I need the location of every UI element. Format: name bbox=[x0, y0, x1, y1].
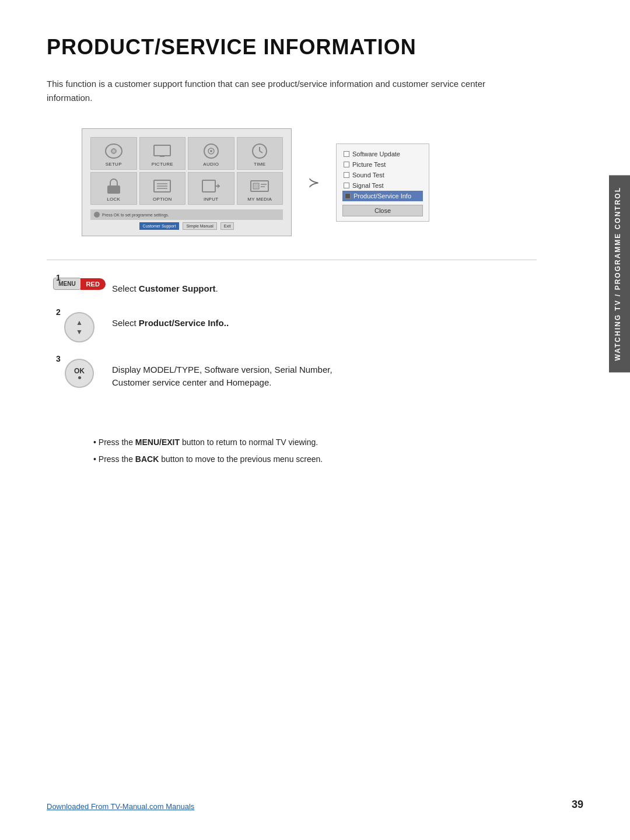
checkbox-picture-test bbox=[344, 162, 349, 167]
tv-bottom-buttons: Customer Support Simple Manual Exit bbox=[90, 222, 283, 230]
option-icon bbox=[152, 177, 173, 195]
step-3-number: 3 bbox=[56, 354, 61, 363]
submenu-software-update-label: Software Update bbox=[352, 150, 400, 158]
submenu-software-update: Software Update bbox=[342, 149, 423, 159]
bottom-text: Press OK to set programme settings. bbox=[102, 213, 169, 217]
submenu-signal-test-label: Signal Test bbox=[352, 182, 384, 189]
setup-icon-shape: ⚙ bbox=[105, 144, 123, 159]
input-icon bbox=[201, 177, 222, 195]
step-2-text: Select Product/Service Info.. bbox=[112, 312, 537, 330]
customer-support-btn[interactable]: Customer Support bbox=[139, 222, 180, 230]
lock-icon bbox=[103, 177, 124, 195]
menu-item-mymedia: MY MEDIA bbox=[237, 172, 284, 205]
page-number: 39 bbox=[572, 799, 583, 811]
bullet-icon bbox=[94, 212, 100, 218]
step-1-button: MENU RED bbox=[53, 278, 106, 290]
audio-label: AUDIO bbox=[203, 162, 219, 167]
checkbox-product-service bbox=[345, 193, 351, 199]
menu-item-setup: ⚙ SETUP bbox=[90, 137, 137, 170]
step-2-nav-button: ▲ ▼ bbox=[64, 312, 94, 342]
option-icon-svg bbox=[153, 179, 171, 193]
lock-icon-shape bbox=[107, 178, 120, 194]
tv-menu-grid: ⚙ SETUP PICTURE bbox=[90, 137, 283, 205]
svg-rect-17 bbox=[253, 183, 259, 189]
checkbox-signal-test bbox=[344, 183, 349, 188]
mymedia-icon bbox=[249, 177, 270, 195]
step-3-row: 3 OK Display MODEL/TYPE, Software versio… bbox=[58, 359, 537, 390]
step-1-icon-wrap: 1 MENU RED bbox=[58, 278, 100, 290]
time-icon-svg bbox=[251, 143, 268, 159]
svg-marker-14 bbox=[218, 184, 220, 188]
step-3-ok-button: OK bbox=[65, 359, 94, 388]
tv-screen: ⚙ SETUP PICTURE bbox=[82, 128, 292, 236]
picture-label: PICTURE bbox=[152, 162, 173, 167]
audio-icon-svg bbox=[203, 143, 219, 159]
section-divider bbox=[47, 260, 537, 260]
step-1-text: Select Customer Support. bbox=[112, 278, 537, 296]
steps-section: 1 MENU RED Select Customer Support. 2 ▲ … bbox=[58, 278, 537, 390]
input-icon-svg bbox=[202, 179, 220, 193]
mymedia-icon-svg bbox=[250, 178, 269, 194]
menu-item-audio: AUDIO bbox=[188, 137, 235, 170]
submenu-product-service-info: Product/Service Info bbox=[342, 191, 423, 201]
submenu-close-button[interactable]: Close bbox=[342, 205, 423, 216]
submenu-panel: Software Update Picture Test Sound Test … bbox=[336, 144, 429, 222]
svg-line-7 bbox=[260, 151, 262, 153]
ok-text: OK bbox=[74, 367, 85, 375]
lock-label: LOCK bbox=[107, 197, 120, 202]
tv-ui-section: ⚙ SETUP PICTURE bbox=[82, 128, 537, 236]
checkbox-sound-test bbox=[344, 172, 349, 178]
menu-item-option: OPTION bbox=[139, 172, 186, 205]
note-2: • Press the BACK button to move to the p… bbox=[93, 453, 537, 466]
step-1-row: 1 MENU RED Select Customer Support. bbox=[58, 278, 537, 296]
exit-btn[interactable]: Exit bbox=[220, 222, 235, 230]
option-label: OPTION bbox=[153, 197, 172, 202]
submenu-picture-test-label: Picture Test bbox=[352, 161, 386, 168]
submenu-picture-test: Picture Test bbox=[342, 159, 423, 170]
checkbox-software-update bbox=[344, 151, 349, 157]
svg-rect-1 bbox=[160, 156, 164, 157]
up-arrow-icon: ▲ bbox=[76, 318, 83, 327]
menu-item-picture: PICTURE bbox=[139, 137, 186, 170]
lock-shackle bbox=[110, 178, 118, 186]
svg-rect-12 bbox=[202, 180, 215, 192]
submenu-sound-test: Sound Test bbox=[342, 170, 423, 180]
step-3-text: Display MODEL/TYPE, Software version, Se… bbox=[112, 359, 537, 390]
time-icon bbox=[249, 142, 270, 160]
setup-label: SETUP bbox=[106, 162, 122, 167]
submenu-sound-test-label: Sound Test bbox=[352, 172, 384, 178]
step-2-icon-wrap: 2 ▲ ▼ bbox=[58, 312, 100, 342]
ok-dot bbox=[78, 376, 81, 379]
step-3-icon-wrap: 3 OK bbox=[58, 359, 100, 388]
audio-icon bbox=[201, 142, 222, 160]
step-2-number: 2 bbox=[56, 307, 61, 317]
arrow-icon: ≻ bbox=[308, 174, 320, 191]
menu-item-lock: LOCK bbox=[90, 172, 137, 205]
step-2-row: 2 ▲ ▼ Select Product/Service Info.. bbox=[58, 312, 537, 342]
notes-section: • Press the MENU/EXIT button to return t… bbox=[93, 436, 537, 466]
simple-manual-btn[interactable]: Simple Manual bbox=[183, 222, 216, 230]
sidebar-tab: WATCHING TV / PROGRAMME CONTROL bbox=[609, 175, 630, 372]
page-title: PRODUCT/SERVICE INFORMATION bbox=[47, 35, 537, 60]
picture-icon bbox=[152, 142, 173, 160]
menu-item-input: INPUT bbox=[188, 172, 235, 205]
note-1: • Press the MENU/EXIT button to return t… bbox=[93, 436, 537, 449]
submenu-signal-test: Signal Test bbox=[342, 180, 423, 191]
footer-link[interactable]: Downloaded From TV-Manual.com Manuals bbox=[47, 802, 194, 811]
down-arrow-icon: ▼ bbox=[76, 328, 83, 336]
red-key: RED bbox=[80, 278, 106, 290]
time-label: TIME bbox=[254, 162, 265, 167]
picture-icon-svg bbox=[153, 145, 171, 158]
lock-body bbox=[107, 186, 120, 194]
menu-item-time: TIME bbox=[237, 137, 284, 170]
intro-text: This function is a customer support func… bbox=[47, 77, 525, 105]
tv-bottom-bar: Press OK to set programme settings. bbox=[90, 209, 283, 220]
svg-rect-0 bbox=[154, 145, 170, 156]
step-1-number: 1 bbox=[56, 273, 61, 282]
mymedia-label: MY MEDIA bbox=[247, 197, 272, 202]
setup-icon: ⚙ bbox=[103, 142, 124, 160]
input-label: INPUT bbox=[204, 197, 219, 202]
submenu-product-service-label: Product/Service Info bbox=[354, 192, 411, 200]
svg-point-4 bbox=[210, 150, 212, 152]
